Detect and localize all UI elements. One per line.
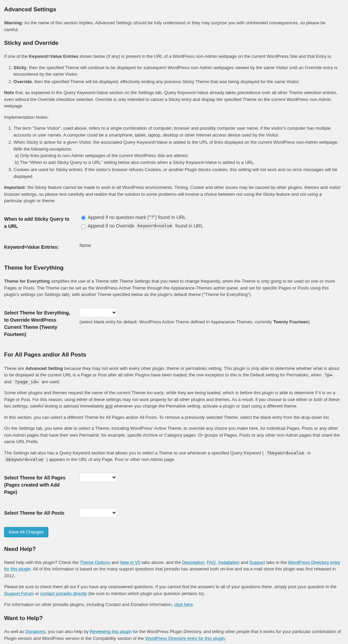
radio-option-question-mark[interactable]: Append if no question mark ("?") found i… bbox=[79, 214, 186, 221]
advanced-setting-bold: Advanced Setting bbox=[25, 366, 63, 371]
important-paragraph: Important: the Sticky feature cannot be … bbox=[4, 184, 341, 204]
override-bold: Override bbox=[13, 79, 32, 84]
heading-theme-everything: Theme for Everything bbox=[4, 263, 341, 272]
list-item: Cookies are used for Sticky entries. If … bbox=[13, 166, 341, 180]
save-all-changes-button[interactable]: Save All Changes bbox=[4, 527, 48, 537]
theme-everything-desc: Theme for Everything simplifies the use … bbox=[4, 278, 341, 298]
radio-append-question[interactable] bbox=[81, 216, 86, 220]
text: Some other plugins and themes request th… bbox=[4, 390, 147, 395]
implementation-notes-list: The term "Same Visitor", used above, ref… bbox=[4, 125, 341, 180]
text: and bbox=[4, 379, 13, 384]
text: , bbox=[216, 560, 218, 565]
important-bold: Important: bbox=[4, 185, 26, 190]
list-item: The term "Same Visitor", used above, ref… bbox=[13, 125, 341, 138]
link-theme-options[interactable]: Theme Options bbox=[80, 560, 110, 565]
note-paragraph: Note that, as explained in the Query Key… bbox=[4, 89, 341, 110]
implementation-notes-label: Implementation Notes: bbox=[4, 114, 341, 121]
label-select-theme-everything: Select Theme for Everything, to Override… bbox=[4, 302, 76, 345]
all-pages-p4: On the Settings tab, you were able to se… bbox=[4, 425, 341, 445]
need-help-p2: Please be sure to check them all out if … bbox=[4, 583, 341, 597]
heading-need-help: Need Help? bbox=[4, 545, 341, 553]
need-help-p3: For information on other jonradio plugin… bbox=[4, 601, 341, 608]
text: tabs above, and the bbox=[140, 560, 182, 565]
heading-all-pages-posts: For All Pages and/or All Posts bbox=[4, 350, 341, 359]
link-wp-directory-entry-2[interactable]: WordPress Directory entry for this plugi… bbox=[145, 636, 225, 641]
kv-entries-bold: Keyword=Value Entries bbox=[29, 54, 78, 59]
list-item-override: Override, then the specified Theme will … bbox=[13, 78, 341, 85]
all-pages-p1: These are Advanced Setting because they … bbox=[4, 365, 341, 385]
select-theme-all-pages[interactable] bbox=[79, 473, 117, 482]
code-keyword-q: ?keyword=value bbox=[265, 450, 306, 456]
and-underline: and bbox=[105, 403, 113, 409]
link-support[interactable]: Support bbox=[249, 560, 265, 565]
text: , then the specified Theme will continue… bbox=[13, 65, 337, 77]
link-description[interactable]: Description bbox=[182, 560, 204, 565]
warning-text: As the name of this section implies, Adv… bbox=[4, 20, 325, 32]
label-select-all-posts: Select Theme for All Posts bbox=[4, 503, 76, 524]
link-reviewing[interactable]: Reviewing this plugin bbox=[90, 629, 132, 634]
text: Please be sure to check them all out if … bbox=[4, 584, 337, 589]
link-faq[interactable]: FAQ bbox=[207, 560, 216, 565]
sticky-override-list: Sticky, then the specified Theme will co… bbox=[4, 64, 341, 85]
text: . bbox=[225, 636, 226, 641]
link-new-in-v5[interactable]: New in V5 bbox=[120, 560, 140, 565]
kv-entries-value: None bbox=[76, 237, 341, 258]
sub-item-b: b) The "When to add Sticky Query to a UR… bbox=[13, 159, 341, 166]
label-kv-entries: Keyword=Value Entries: bbox=[4, 237, 76, 258]
select-theme-everything[interactable] bbox=[79, 308, 117, 317]
code-keyword-value: keyword=value bbox=[136, 222, 174, 230]
text: When Sticky is active for a given Visito… bbox=[13, 140, 338, 152]
text: . All of this information is based on th… bbox=[4, 566, 336, 578]
text: , bbox=[204, 560, 207, 565]
text: or bbox=[307, 450, 311, 455]
text: As well as bbox=[4, 629, 25, 634]
text: and bbox=[239, 560, 249, 565]
label-select-all-pages: Select Theme for All Pages (Pages create… bbox=[4, 467, 76, 503]
text: (select blank entry for default: WordPre… bbox=[79, 319, 273, 324]
radio-label-text-1: Append if no Override bbox=[88, 222, 134, 230]
all-pages-p2: Some other plugins and themes request th… bbox=[4, 389, 341, 410]
text: ) bbox=[308, 319, 310, 324]
label-when-add-sticky: When to add Sticky Query to a URL bbox=[4, 209, 76, 237]
text: , then the specified Theme will be displ… bbox=[32, 79, 300, 84]
list-item: When Sticky is active for a given Visito… bbox=[13, 139, 341, 166]
link-installation[interactable]: Installation bbox=[218, 560, 239, 565]
radio-option-override[interactable]: Append if no Override keyword=value foun… bbox=[79, 222, 203, 230]
current-theme-bold: Twenty Fourteen bbox=[273, 319, 308, 324]
text: and bbox=[110, 560, 120, 565]
all-pages-p3: In this section, you can select a differ… bbox=[4, 414, 341, 421]
text: are used. bbox=[41, 379, 60, 384]
radio-label-text: Append if no question mark ("?") found i… bbox=[88, 214, 186, 221]
heading-advanced-settings: Advanced Settings bbox=[4, 5, 341, 14]
sticky-intro: If one of the Keyword=Value Entries show… bbox=[4, 53, 341, 60]
need-help-p1: Need help with this plugin? Check the Th… bbox=[4, 559, 341, 579]
select-theme-desc: (select blank entry for default: WordPre… bbox=[79, 319, 338, 325]
text: (be sure to mention which plugin your qu… bbox=[87, 591, 205, 596]
text: Need help with this plugin? Check the bbox=[4, 560, 80, 565]
link-donations[interactable]: Donations bbox=[25, 629, 46, 634]
link-click-here[interactable]: click here bbox=[174, 602, 193, 607]
text: For information on other jonradio plugin… bbox=[4, 602, 174, 607]
text: If one of the bbox=[4, 54, 29, 59]
text: tabs in the bbox=[265, 560, 288, 565]
sticky-bold: Sticky bbox=[13, 65, 26, 70]
text: , you can also help by bbox=[46, 629, 90, 634]
link-contact-jonradio[interactable]: contact jonradio directly bbox=[40, 591, 87, 596]
text: whenever you change the Permalink settin… bbox=[113, 403, 298, 409]
code-page-id: ?page_id= bbox=[13, 379, 40, 385]
all-pages-p5: The Settings tab also has a Query Keywor… bbox=[4, 450, 341, 463]
note-bold: Note bbox=[4, 90, 14, 95]
radio-append-override[interactable] bbox=[81, 224, 86, 229]
text: that, as explained in the Query Keyword=… bbox=[4, 90, 337, 108]
theme-everything-table: Select Theme for Everything, to Override… bbox=[4, 302, 341, 345]
text: shown below (if any) is present in the U… bbox=[78, 54, 332, 59]
heading-sticky-override: Sticky and Override bbox=[4, 39, 341, 47]
text: or bbox=[34, 591, 40, 596]
link-support-forum[interactable]: Support Forum bbox=[4, 591, 34, 596]
list-item-sticky: Sticky, then the specified Theme will co… bbox=[13, 64, 341, 78]
select-theme-all-posts[interactable] bbox=[79, 508, 117, 517]
all-pages-posts-table: Select Theme for All Pages (Pages create… bbox=[4, 467, 341, 524]
te-bold: Theme for Everything bbox=[4, 279, 50, 284]
sticky-settings-table: When to add Sticky Query to a URL Append… bbox=[4, 209, 341, 258]
warning-paragraph: Warning: As the name of this section imp… bbox=[4, 20, 341, 33]
